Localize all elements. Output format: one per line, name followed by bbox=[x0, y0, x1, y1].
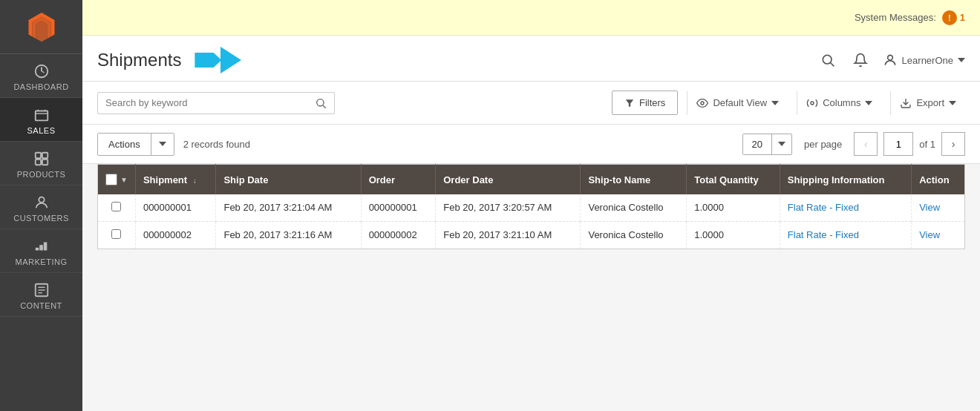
sidebar-item-marketing[interactable]: MARKETING bbox=[0, 229, 82, 273]
row1-shipping-info-link[interactable]: Flat Rate - Fixed bbox=[788, 202, 859, 213]
total-quantity-column-header[interactable]: Total Quantity bbox=[687, 165, 780, 195]
sidebar-item-sales[interactable]: SALES bbox=[0, 98, 82, 142]
prev-page-button[interactable]: ‹ bbox=[854, 132, 878, 156]
row2-order-date: Feb 20, 2017 3:21:10 AM bbox=[436, 222, 581, 249]
bell-icon bbox=[853, 53, 868, 68]
search-input[interactable] bbox=[105, 97, 315, 108]
columns-caret bbox=[865, 101, 872, 105]
row1-order-date: Feb 20, 2017 3:20:57 AM bbox=[436, 194, 581, 222]
search-icon bbox=[315, 97, 327, 109]
row1-shipment: 000000001 bbox=[135, 194, 216, 222]
sales-icon bbox=[33, 107, 50, 123]
row2-view-link[interactable]: View bbox=[919, 229, 940, 240]
filters-label: Filters bbox=[639, 97, 665, 108]
sidebar-item-content[interactable]: CONTENT bbox=[0, 273, 82, 317]
svg-marker-16 bbox=[626, 99, 634, 106]
row2-checkbox[interactable] bbox=[111, 229, 121, 239]
table-container: ▼ Shipment ↓ Ship Date Order Order Date bbox=[82, 164, 980, 411]
order-column-header[interactable]: Order bbox=[361, 165, 436, 195]
default-view-caret bbox=[771, 101, 779, 105]
select-all-column-header: ▼ bbox=[98, 165, 136, 195]
warning-icon: ! bbox=[942, 10, 957, 25]
svg-rect-7 bbox=[35, 160, 40, 165]
sidebar-item-marketing-label: MARKETING bbox=[16, 257, 68, 266]
search-submit-button[interactable] bbox=[315, 97, 327, 109]
row1-checkbox[interactable] bbox=[111, 202, 121, 211]
search-toolbar: Filters Default View Columns E bbox=[82, 82, 980, 125]
actions-select-wrapper: Actions bbox=[97, 133, 174, 156]
ship-date-column-header[interactable]: Ship Date bbox=[216, 165, 361, 195]
sidebar: DASHBOARD SALES PRODUCTS CUSTOMERS bbox=[0, 0, 82, 411]
search-header-button[interactable] bbox=[817, 50, 838, 70]
sidebar-item-products-label: PRODUCTS bbox=[17, 170, 66, 179]
row2-shipping-info-link[interactable]: Flat Rate - Fixed bbox=[788, 229, 859, 240]
columns-icon bbox=[806, 97, 818, 109]
actions-label[interactable]: Actions bbox=[98, 134, 151, 155]
sidebar-logo bbox=[0, 0, 82, 54]
customers-icon bbox=[33, 194, 50, 211]
system-messages-count: 1 bbox=[960, 12, 965, 23]
svg-rect-5 bbox=[35, 153, 40, 158]
row1-ship-to-name: Veronica Costello bbox=[581, 194, 687, 222]
svg-marker-2 bbox=[36, 21, 47, 42]
row2-total-quantity: 1.0000 bbox=[687, 222, 780, 249]
table-row: 000000002 Feb 20, 2017 3:21:16 AM 000000… bbox=[98, 222, 965, 249]
filters-button[interactable]: Filters bbox=[612, 91, 678, 115]
search-header-icon bbox=[820, 53, 835, 68]
records-found: 2 records found bbox=[183, 139, 250, 150]
select-all-chevron[interactable]: ▼ bbox=[120, 176, 128, 184]
row2-order: 000000002 bbox=[361, 222, 436, 249]
magento-logo-icon bbox=[26, 11, 57, 42]
user-menu-caret bbox=[958, 58, 965, 62]
shipments-table: ▼ Shipment ↓ Ship Date Order Order Date bbox=[97, 164, 965, 249]
columns-button[interactable]: Columns bbox=[797, 91, 881, 115]
svg-point-11 bbox=[823, 55, 832, 64]
user-avatar-icon bbox=[883, 53, 898, 68]
export-button[interactable]: Export bbox=[890, 91, 965, 115]
svg-point-14 bbox=[317, 99, 324, 105]
content-icon bbox=[33, 282, 50, 298]
shipping-information-column-header[interactable]: Shipping Information bbox=[780, 165, 911, 195]
page-header-left: Shipments bbox=[97, 47, 241, 73]
per-page-value: 20 bbox=[743, 134, 772, 154]
sidebar-item-content-label: CONTENT bbox=[20, 301, 62, 310]
svg-point-9 bbox=[39, 197, 44, 203]
columns-label: Columns bbox=[823, 97, 860, 108]
user-name: LearnerOne bbox=[902, 55, 953, 66]
actions-dropdown-button[interactable] bbox=[151, 134, 174, 155]
svg-point-17 bbox=[701, 102, 704, 105]
row2-shipment: 000000002 bbox=[135, 222, 216, 249]
next-page-button[interactable]: › bbox=[941, 132, 965, 156]
select-all-checkbox[interactable] bbox=[105, 174, 117, 185]
svg-rect-4 bbox=[35, 111, 48, 121]
products-icon bbox=[33, 151, 50, 167]
dashboard-icon bbox=[33, 63, 50, 79]
page-number-input[interactable] bbox=[883, 132, 913, 156]
notifications-button[interactable] bbox=[850, 50, 871, 70]
page-header: Shipments bbox=[82, 36, 980, 82]
row1-checkbox-cell bbox=[98, 194, 136, 222]
page-header-right: LearnerOne bbox=[817, 50, 965, 70]
pagination: 20 per page ‹ of 1 › bbox=[742, 132, 965, 156]
sidebar-item-customers[interactable]: CUSTOMERS bbox=[0, 185, 82, 229]
row1-view-link[interactable]: View bbox=[919, 202, 940, 213]
sidebar-item-products[interactable]: PRODUCTS bbox=[0, 142, 82, 185]
row1-total-quantity: 1.0000 bbox=[687, 194, 780, 222]
page-title: Shipments bbox=[97, 50, 181, 70]
actions-caret bbox=[159, 142, 166, 146]
shipment-column-header[interactable]: Shipment ↓ bbox=[135, 165, 216, 195]
ship-to-name-column-header[interactable]: Ship-to Name bbox=[581, 165, 687, 195]
per-page-label: per page bbox=[804, 139, 842, 150]
row2-action: View bbox=[912, 222, 965, 249]
default-view-button[interactable]: Default View bbox=[687, 91, 788, 115]
sidebar-item-dashboard[interactable]: DASHBOARD bbox=[0, 54, 82, 98]
of-label: of 1 bbox=[919, 139, 935, 150]
user-menu[interactable]: LearnerOne bbox=[883, 53, 965, 68]
action-column-header: Action bbox=[912, 165, 965, 195]
table-row: 000000001 Feb 20, 2017 3:21:04 AM 000000… bbox=[98, 194, 965, 222]
per-page-dropdown-button[interactable] bbox=[772, 137, 791, 151]
svg-point-18 bbox=[811, 102, 814, 105]
shipment-sort-icon: ↓ bbox=[193, 177, 197, 185]
order-date-column-header[interactable]: Order Date bbox=[436, 165, 581, 195]
row2-checkbox-cell bbox=[98, 222, 136, 249]
